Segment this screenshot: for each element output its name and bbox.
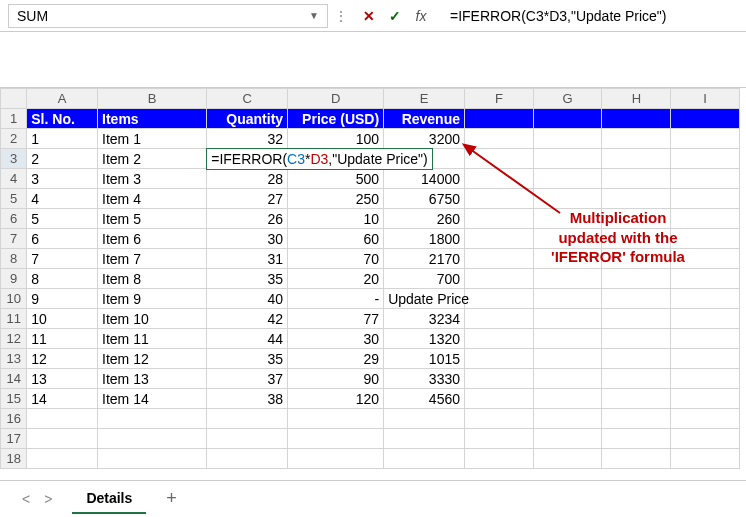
cell[interactable] [465, 209, 534, 229]
row-header[interactable]: 9 [1, 269, 27, 289]
cell[interactable]: - [288, 289, 384, 309]
cell[interactable] [602, 449, 671, 469]
cell[interactable]: Item 7 [98, 249, 207, 269]
cell[interactable]: 10 [288, 209, 384, 229]
cell[interactable]: 35 [207, 269, 288, 289]
cell[interactable] [465, 349, 534, 369]
cell[interactable]: 3330 [384, 369, 465, 389]
cell[interactable] [602, 429, 671, 449]
cell[interactable] [671, 169, 740, 189]
row-header[interactable]: 17 [1, 429, 27, 449]
cell[interactable]: 37 [207, 369, 288, 389]
row-header[interactable]: 5 [1, 189, 27, 209]
cell[interactable] [384, 409, 465, 429]
cell[interactable] [533, 189, 602, 209]
cell[interactable] [533, 129, 602, 149]
cell[interactable]: Sl. No. [27, 109, 98, 129]
cell[interactable] [533, 429, 602, 449]
cell[interactable]: 70 [288, 249, 384, 269]
cell[interactable]: 30 [288, 329, 384, 349]
cell[interactable]: 6 [27, 229, 98, 249]
cell[interactable]: 250 [288, 189, 384, 209]
row-header[interactable]: 3 [1, 149, 27, 169]
cell[interactable] [465, 189, 534, 209]
cell[interactable]: 35 [207, 349, 288, 369]
cell[interactable]: 3 [27, 169, 98, 189]
spreadsheet-grid[interactable]: ABCDEFGHI1Sl. No.ItemsQuantityPrice (USD… [0, 88, 746, 480]
col-header-B[interactable]: B [98, 89, 207, 109]
cell[interactable]: 5 [27, 209, 98, 229]
row-header[interactable]: 14 [1, 369, 27, 389]
cell[interactable] [533, 409, 602, 429]
cell[interactable] [602, 369, 671, 389]
col-header-C[interactable]: C [207, 89, 288, 109]
cell[interactable] [671, 429, 740, 449]
cell[interactable] [533, 269, 602, 289]
next-sheet-icon[interactable]: > [44, 491, 52, 507]
cell[interactable]: Item 14 [98, 389, 207, 409]
cell[interactable] [671, 269, 740, 289]
cell[interactable] [671, 369, 740, 389]
cell[interactable] [465, 249, 534, 269]
cell[interactable]: 30 [207, 229, 288, 249]
row-header[interactable]: 1 [1, 109, 27, 129]
cell[interactable]: 10 [27, 309, 98, 329]
cell[interactable]: 60 [288, 229, 384, 249]
cell[interactable] [384, 449, 465, 469]
row-header[interactable]: 10 [1, 289, 27, 309]
cell[interactable]: 44 [207, 329, 288, 349]
cell[interactable] [207, 409, 288, 429]
cell[interactable] [602, 409, 671, 429]
cell[interactable] [602, 269, 671, 289]
cell[interactable]: 31 [207, 249, 288, 269]
cell[interactable]: Item 9 [98, 289, 207, 309]
cell[interactable] [465, 329, 534, 349]
cell[interactable] [671, 309, 740, 329]
col-header-I[interactable]: I [671, 89, 740, 109]
cell[interactable] [465, 269, 534, 289]
cell[interactable]: Item 12 [98, 349, 207, 369]
name-box[interactable]: SUM ▼ [8, 4, 328, 28]
cell[interactable] [465, 429, 534, 449]
col-header-D[interactable]: D [288, 89, 384, 109]
row-header[interactable]: 16 [1, 409, 27, 429]
cell[interactable] [288, 449, 384, 469]
cell[interactable] [602, 389, 671, 409]
cell[interactable] [465, 289, 534, 309]
cell[interactable] [602, 129, 671, 149]
cell[interactable]: 12 [27, 349, 98, 369]
cell[interactable]: 3200 [384, 129, 465, 149]
cell[interactable] [671, 129, 740, 149]
cell[interactable] [602, 149, 671, 169]
prev-sheet-icon[interactable]: < [22, 491, 30, 507]
sheet-tab-details[interactable]: Details [72, 484, 146, 514]
fx-icon[interactable]: fx [412, 8, 430, 24]
row-header[interactable]: 8 [1, 249, 27, 269]
cell[interactable] [671, 109, 740, 129]
cell[interactable] [602, 309, 671, 329]
col-header-H[interactable]: H [602, 89, 671, 109]
cell[interactable] [465, 409, 534, 429]
formula-overlay[interactable]: =IFERROR(C3*D3,"Update Price") [206, 148, 433, 170]
active-cell[interactable]: =IFERROR(C3*D3,"Update Price") [207, 149, 288, 169]
col-header-A[interactable]: A [27, 89, 98, 109]
cell[interactable]: 120 [288, 389, 384, 409]
cell[interactable]: 500 [288, 169, 384, 189]
cell[interactable]: 3234 [384, 309, 465, 329]
cell[interactable]: 260 [384, 209, 465, 229]
cell[interactable]: Item 2 [98, 149, 207, 169]
cell[interactable]: 4560 [384, 389, 465, 409]
cell[interactable]: 40 [207, 289, 288, 309]
cell[interactable]: Revenue [384, 109, 465, 129]
cell[interactable]: 9 [27, 289, 98, 309]
row-header[interactable]: 12 [1, 329, 27, 349]
col-header-G[interactable]: G [533, 89, 602, 109]
cell[interactable] [533, 149, 602, 169]
cell[interactable]: 1320 [384, 329, 465, 349]
cell[interactable]: Price (USD) [288, 109, 384, 129]
cell[interactable]: 2170 [384, 249, 465, 269]
cell[interactable] [465, 449, 534, 469]
cell[interactable]: 38 [207, 389, 288, 409]
row-header[interactable]: 13 [1, 349, 27, 369]
cell[interactable]: Item 6 [98, 229, 207, 249]
